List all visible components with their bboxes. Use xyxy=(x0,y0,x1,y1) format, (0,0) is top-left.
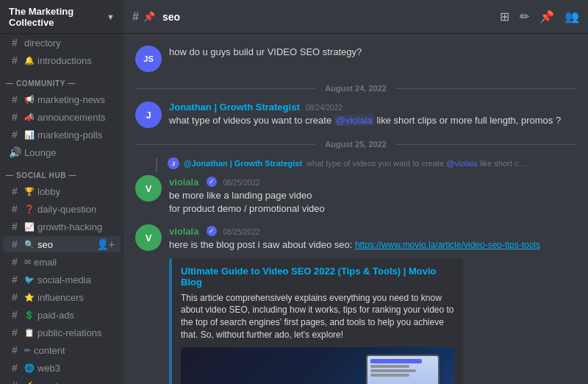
channel-public-relations[interactable]: # 📋 public-relations xyxy=(3,324,121,341)
hash-icon: # xyxy=(9,203,21,215)
channel-announcements[interactable]: # 📣 announcements xyxy=(3,109,121,125)
divider-line xyxy=(395,144,576,145)
reply-indent xyxy=(141,157,160,172)
embed-image: Video SEO xyxy=(181,347,454,384)
screen-bar xyxy=(370,369,416,372)
channel-seo[interactable]: # 🔍 seo 👤+ xyxy=(3,236,121,252)
channel-name: social-media xyxy=(37,274,115,285)
channel-lobby[interactable]: # 🏆 lobby xyxy=(3,183,121,199)
channel-name: lobby xyxy=(37,186,115,197)
speaker-icon: 🔊 xyxy=(9,146,21,158)
channel-name: web3 xyxy=(37,363,115,374)
add-member-icon[interactable]: 👤+ xyxy=(96,238,115,250)
hash-icon: # xyxy=(9,238,21,250)
mention-violala[interactable]: @violala xyxy=(334,115,374,126)
date-divider-aug25: August 25, 2022 xyxy=(135,140,576,149)
channel-name: growth-hacking xyxy=(37,221,115,232)
avatar: JS xyxy=(135,46,162,72)
message-text: be more like a landing page video xyxy=(169,189,576,202)
embed-description: This article comprehensively explains ev… xyxy=(181,292,454,341)
main-content: # 📌 seo ⊞ ✏ 📌 👥 JS how do u guys build u… xyxy=(123,0,588,384)
message-header: violala 08/25/2022 xyxy=(169,224,576,237)
blog-link[interactable]: https://www.movio.la/article/video-seo-t… xyxy=(355,240,540,250)
topbar-channel-name: seo xyxy=(162,11,180,23)
channel-introductions[interactable]: # 🔔 introductions xyxy=(3,52,121,68)
message-timestamp: 08/25/2022 xyxy=(223,179,259,187)
pencil-icon[interactable]: ✏ xyxy=(520,10,529,24)
screen-bar xyxy=(370,374,409,377)
community-section-label: — COMMUNITY — xyxy=(0,69,123,90)
channel-name: announcements xyxy=(37,112,115,123)
laptop-screen-content xyxy=(368,356,438,384)
channel-email[interactable]: # ✉ email xyxy=(3,254,121,270)
avatar-jonathan: J xyxy=(135,102,162,128)
reply-avatar: J xyxy=(168,157,179,169)
pin-icon[interactable]: 📌 xyxy=(539,10,554,24)
reply-context: J @Jonathan | Growth Strategist what typ… xyxy=(135,157,576,172)
channel-social-media[interactable]: # 🐦 social-media xyxy=(3,271,121,288)
message-text-2: for product demo / promotional video xyxy=(169,202,576,216)
topbar-actions: ⊞ ✏ 📌 👥 xyxy=(500,10,579,24)
avatar-violala2: V xyxy=(135,224,162,251)
verified-icon xyxy=(207,226,217,236)
message-content-violala: violala 08/25/2022 be more like a landin… xyxy=(169,175,576,216)
grid-icon[interactable]: ⊞ xyxy=(500,10,509,24)
server-name: The Marketing Collective xyxy=(9,6,107,28)
screen-bar xyxy=(370,365,409,368)
channel-name: directory xyxy=(24,38,115,49)
text-before: what type of videos you want to create xyxy=(169,115,334,126)
topbar-logo: 📌 xyxy=(143,11,155,22)
channel-name: content xyxy=(34,345,115,356)
message-text: how do u guys build ur VIDEO SEO strateg… xyxy=(169,46,576,59)
hash-icon: # xyxy=(9,309,21,321)
message-author: violala xyxy=(169,177,198,188)
message-row-jonathan: J Jonathan | Growth Strategist 08/24/202… xyxy=(135,102,576,128)
channel-lounge[interactable]: 🔊 Lounge xyxy=(3,144,121,160)
channel-growth-hacking[interactable]: # 📈 growth-hacking xyxy=(3,218,121,235)
hash-icon: # xyxy=(9,380,21,384)
members-icon[interactable]: 👥 xyxy=(564,10,579,24)
avatar-violala: V xyxy=(135,175,162,202)
reply-text: what type of videos you want to create @… xyxy=(306,159,527,168)
channel-name: seo xyxy=(37,239,96,250)
message-content-jonathan: Jonathan | Growth Strategist 08/24/2022 … xyxy=(169,102,576,128)
laptop-screen xyxy=(366,355,440,384)
date-text: August 25, 2022 xyxy=(316,140,395,149)
message-timestamp: 08/25/2022 xyxy=(223,228,259,236)
reply-line xyxy=(156,157,157,172)
message-author: Jonathan | Growth Strategist xyxy=(169,102,300,113)
channel-marketing-news[interactable]: # 📢 marketing-news xyxy=(3,91,121,107)
message-header: violala 08/25/2022 xyxy=(169,175,576,188)
laptop-illustration xyxy=(359,355,447,384)
channel-name: paid-ads xyxy=(37,310,115,321)
divider-line xyxy=(135,144,316,145)
channel-name: public-relations xyxy=(37,327,115,338)
message-header: Jonathan | Growth Strategist 08/24/2022 xyxy=(169,102,576,113)
server-header[interactable]: The Marketing Collective ▼ xyxy=(0,0,123,34)
channel-influencers[interactable]: # ⭐ influencers xyxy=(3,289,121,305)
channel-crypto[interactable]: # ⚡ crypto xyxy=(3,377,121,384)
hash-icon: # xyxy=(9,256,21,268)
hash-icon: # xyxy=(9,362,21,374)
message-text: here is the blog post i saw about video … xyxy=(169,238,576,252)
message-author: violala xyxy=(169,226,198,237)
channel-marketing-polls[interactable]: # 📊 marketing-polls xyxy=(3,127,121,143)
divider-line xyxy=(135,88,316,89)
channel-web3[interactable]: # 🌐 web3 xyxy=(3,360,121,376)
channel-name: marketing-polls xyxy=(37,129,115,141)
channel-name: crypto xyxy=(37,380,115,385)
message-timestamp: 08/24/2022 xyxy=(306,104,343,112)
text-after: like short clips or more full length, pr… xyxy=(374,115,561,126)
hash-icon: # xyxy=(9,274,21,285)
hash-icon: # xyxy=(132,10,139,24)
divider-line xyxy=(395,88,576,89)
embed-title[interactable]: Ultimate Guide to Video SEO 2022 (Tips &… xyxy=(181,266,454,288)
channel-paid-ads[interactable]: # 💲 paid-ads xyxy=(3,307,121,323)
channel-directory[interactable]: # directory xyxy=(3,35,121,51)
channel-daily-question[interactable]: # ❓ daily-question xyxy=(3,201,121,217)
messages-area: JS how do u guys build ur VIDEO SEO stra… xyxy=(123,34,588,384)
topbar: # 📌 seo ⊞ ✏ 📌 👥 xyxy=(123,0,588,34)
hash-icon: # xyxy=(9,111,21,123)
message-content: how do u guys build ur VIDEO SEO strateg… xyxy=(169,46,576,72)
channel-content[interactable]: # ✏ content xyxy=(3,342,121,358)
